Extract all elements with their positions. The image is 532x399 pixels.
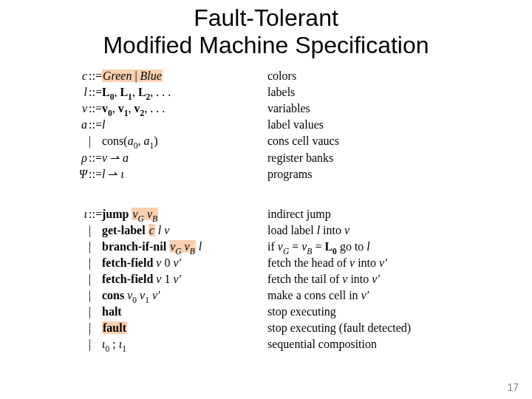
grammar-row: |ι0 ; ι1sequential composition	[66, 338, 466, 354]
production-desc: fetch the head of v into v′	[267, 256, 466, 270]
slide-title: Fault-Tolerant Modified Machine Specific…	[0, 4, 532, 59]
grammar-row: l::=L0, L1, L2, . . .labels	[66, 86, 466, 102]
production-body: Green | Blue	[102, 69, 267, 83]
production-body: get-label c l v	[102, 224, 267, 237]
def-token: ::=	[87, 118, 102, 132]
grammar-row: |get-label c l vload label l into v	[66, 224, 466, 240]
grammar-row: ρ::=v ⇀ aregister banks	[66, 151, 466, 167]
production-desc: make a cons cell in v′	[267, 289, 466, 302]
def-token: ::=	[87, 168, 102, 181]
nonterminal: ι	[66, 208, 87, 221]
production-body: fetch-field v 0 v′	[102, 256, 267, 270]
grammar-row: a::=llabel values	[66, 118, 466, 134]
production-desc: variables	[267, 102, 466, 115]
def-token: |	[87, 273, 102, 286]
production-desc: cons cell vaucs	[267, 134, 466, 148]
production-desc: colors	[267, 69, 466, 83]
production-desc: labels	[267, 86, 466, 99]
production-desc: load label l into v	[267, 224, 466, 237]
def-token: |	[87, 321, 102, 335]
def-token: |	[87, 224, 102, 237]
nonterminal: Ψ	[66, 168, 87, 181]
production-desc: stop executing	[267, 305, 466, 318]
def-token: ::=	[87, 102, 102, 115]
production-body: ι0 ; ι1	[102, 338, 267, 352]
def-token: ::=	[87, 69, 102, 83]
page-number: 17	[507, 381, 519, 393]
production-desc: sequential composition	[267, 338, 466, 351]
production-desc: label values	[267, 118, 466, 132]
def-token: ::=	[87, 86, 102, 99]
nonterminal: a	[66, 118, 87, 132]
nonterminal: v	[66, 102, 87, 115]
def-token: ::=	[87, 151, 102, 165]
grammar-row: |fetch-field v 0 v′fetch the head of v i…	[66, 256, 466, 273]
grammar-block: c::=Green | Bluecolorsl::=L0, L1, L2, . …	[66, 69, 466, 354]
def-token: |	[87, 338, 102, 351]
def-token: |	[87, 256, 102, 270]
grammar-row: |branch-if-nil vG vB lif vG = vB = L0 go…	[66, 240, 466, 256]
grammar-row: c::=Green | Bluecolors	[66, 69, 466, 86]
production-desc: register banks	[267, 151, 466, 165]
production-desc: stop executing (fault detected)	[267, 321, 466, 335]
grammar-row: ι::=jump vG vBindirect jump	[66, 208, 466, 224]
production-body: halt	[102, 305, 267, 318]
nonterminal: l	[66, 86, 87, 99]
production-desc: programs	[267, 168, 466, 181]
production-body: fault	[102, 321, 267, 335]
production-body: l ⇀ ι	[102, 167, 267, 181]
def-token: |	[87, 289, 102, 302]
grammar-row: |faultstop executing (fault detected)	[66, 321, 466, 338]
title-line-1: Fault-Tolerant	[194, 4, 338, 31]
production-body: v0, v1, v2, . . .	[102, 102, 267, 117]
production-body: cons v0 v1 v′	[102, 289, 267, 304]
production-desc: if vG = vB = L0 go to l	[267, 240, 466, 255]
def-token: |	[87, 134, 102, 148]
production-desc: fetch the tail of v into v′	[267, 273, 466, 286]
production-body: l	[102, 118, 267, 132]
production-body: cons(a0, a1)	[102, 134, 267, 149]
production-body: L0, L1, L2, . . .	[102, 86, 267, 100]
def-token: |	[87, 305, 102, 318]
production-body: branch-if-nil vG vB l	[102, 240, 267, 255]
grammar-row: v::=v0, v1, v2, . . .variables	[66, 102, 466, 118]
title-line-2: Modified Machine Specification	[103, 32, 429, 58]
nonterminal: c	[66, 69, 87, 83]
grammar-row: Ψ::=l ⇀ ιprograms	[66, 167, 466, 183]
def-token: ::=	[87, 208, 102, 221]
grammar-row: |fetch-field v 1 v′fetch the tail of v i…	[66, 273, 466, 289]
grammar-row: |cons v0 v1 v′make a cons cell in v′	[66, 289, 466, 305]
production-body: fetch-field v 1 v′	[102, 273, 267, 286]
nonterminal: ρ	[66, 151, 87, 165]
production-body: jump vG vB	[102, 208, 267, 222]
production-body: v ⇀ a	[102, 151, 267, 165]
def-token: |	[87, 240, 102, 253]
production-desc: indirect jump	[267, 208, 466, 221]
grammar-row: |haltstop executing	[66, 305, 466, 321]
grammar-row: |cons(a0, a1)cons cell vaucs	[66, 134, 466, 151]
